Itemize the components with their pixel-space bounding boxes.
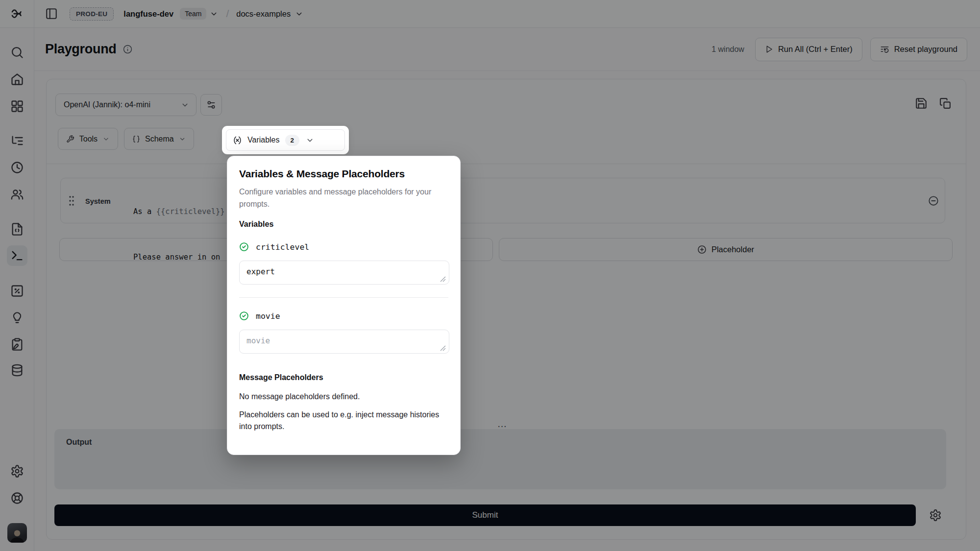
variable-value-input-movie[interactable] xyxy=(239,330,449,354)
popover-divider xyxy=(239,297,448,298)
check-circle-icon xyxy=(239,311,249,321)
message-placeholders-heading: Message Placeholders xyxy=(239,373,448,382)
popover-subtitle: Configure variables and message placehol… xyxy=(239,186,445,210)
variable-row: movie xyxy=(239,311,448,321)
variable-name: movie xyxy=(256,311,280,321)
modal-overlay[interactable] xyxy=(0,0,980,551)
variables-heading: Variables xyxy=(239,220,448,229)
popover-title: Variables & Message Placeholders xyxy=(239,168,448,180)
placeholders-empty-text: No message placeholders defined. xyxy=(239,391,447,403)
variable-icon xyxy=(233,136,242,145)
variable-value-input-criticlevel[interactable]: expert xyxy=(239,261,449,285)
variable-name: criticlevel xyxy=(256,242,309,252)
variables-count-badge: 2 xyxy=(285,135,300,146)
variables-popover: Variables & Message Placeholders Configu… xyxy=(227,156,461,455)
placeholders-help-text: Placeholders can be used to e.g. inject … xyxy=(239,409,447,432)
variable-row: criticlevel xyxy=(239,242,448,252)
chevron-down-icon xyxy=(306,136,314,144)
variables-anchor-card: Variables 2 xyxy=(222,126,349,154)
variables-dropdown[interactable]: Variables 2 xyxy=(226,129,345,151)
check-circle-icon xyxy=(239,242,249,252)
